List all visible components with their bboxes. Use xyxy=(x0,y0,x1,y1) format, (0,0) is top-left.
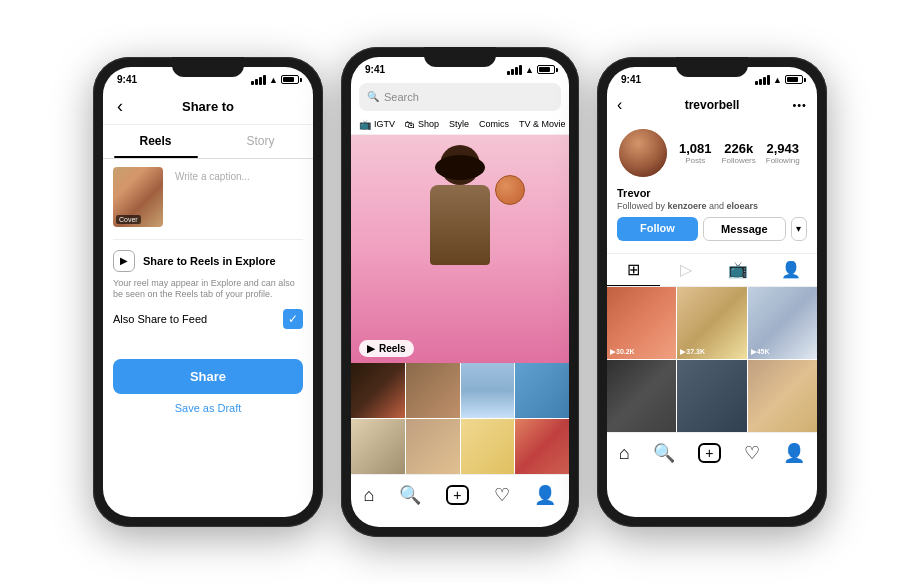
save-draft-button[interactable]: Save as Draft xyxy=(103,398,313,418)
status-time-2: 9:41 xyxy=(365,64,385,75)
bottom-nav-2: ⌂ 🔍 + ♡ 👤 xyxy=(351,474,569,512)
profile-thumb-2[interactable]: ▶37.3K xyxy=(677,287,746,359)
profile-icon[interactable]: 👤 xyxy=(534,484,556,506)
also-share-row: Also Share to Feed ✓ xyxy=(113,309,303,329)
tab-story[interactable]: Story xyxy=(208,125,313,158)
grid-thumb-8[interactable] xyxy=(515,419,569,474)
stat-followers: 226k Followers xyxy=(722,141,756,165)
wifi-icon-2: ▲ xyxy=(525,65,534,75)
search-bar[interactable]: 🔍 Search xyxy=(359,83,561,111)
search-placeholder: Search xyxy=(384,91,419,103)
phone-notch-3 xyxy=(676,57,748,77)
home-icon[interactable]: ⌂ xyxy=(363,485,374,506)
signal-bars-2-icon xyxy=(507,65,522,75)
profile-thumb-6[interactable] xyxy=(748,360,817,432)
play-icon-3: ▶ xyxy=(751,348,756,355)
tab-tagged[interactable]: 👤 xyxy=(765,254,818,286)
follower-1[interactable]: kenzoere xyxy=(668,201,707,211)
signal-bar-3-2 xyxy=(759,79,762,85)
category-comics[interactable]: Comics xyxy=(479,119,509,130)
add-icon-3[interactable]: + xyxy=(698,443,720,463)
play-count-1: ▶30.2K xyxy=(610,348,635,356)
signal-bar-3-3 xyxy=(763,77,766,85)
profile-thumb-3[interactable]: ▶45K xyxy=(748,287,817,359)
profile-more-button[interactable]: ••• xyxy=(792,99,807,111)
grid-thumb-3[interactable] xyxy=(461,363,515,418)
search-icon-3[interactable]: 🔍 xyxy=(653,442,675,464)
grid-thumb-6[interactable] xyxy=(406,419,460,474)
phone-explore: 9:41 ▲ 🔍 Search xyxy=(341,47,579,537)
category-tv-movies[interactable]: TV & Movie xyxy=(519,119,566,130)
tab-reels-profile[interactable]: ▷ xyxy=(660,254,713,286)
heart-icon[interactable]: ♡ xyxy=(494,484,510,506)
profile-avatar xyxy=(617,127,669,179)
explore-row: ▶ Share to Reels in Explore xyxy=(113,250,303,272)
heart-icon-3[interactable]: ♡ xyxy=(744,442,760,464)
search-nav-icon[interactable]: 🔍 xyxy=(399,484,421,506)
category-style[interactable]: Style xyxy=(449,119,469,130)
profile-icon-3[interactable]: 👤 xyxy=(783,442,805,464)
tab-reels[interactable]: Reels xyxy=(103,125,208,158)
grid-thumb-4[interactable] xyxy=(515,363,569,418)
cover-thumbnail: Cover xyxy=(113,167,163,227)
grid-thumb-2[interactable] xyxy=(406,363,460,418)
profile-thumb-4[interactable] xyxy=(607,360,676,432)
profile-thumb-5[interactable] xyxy=(677,360,746,432)
grid-thumb-1[interactable] xyxy=(351,363,405,418)
phone-notch xyxy=(172,57,244,77)
phone-screen-share: 9:41 ▲ ‹ Share to xyxy=(103,67,313,517)
add-icon[interactable]: + xyxy=(446,485,468,505)
stats-row: 1,081 Posts 226k Followers 2,943 Followi… xyxy=(679,141,807,165)
profile-nav: ‹ trevorbell ••• xyxy=(607,89,817,121)
home-icon-3[interactable]: ⌂ xyxy=(619,443,630,464)
dropdown-button[interactable]: ▾ xyxy=(791,217,807,241)
reels-badge-label: Reels xyxy=(379,343,406,354)
reels-badge: ▶ Reels xyxy=(359,340,414,357)
stat-following: 2,943 Following xyxy=(766,141,800,165)
profile-back-button[interactable]: ‹ xyxy=(617,96,622,114)
tab-igtv-profile[interactable]: 📺 xyxy=(712,254,765,286)
signal-bar-1 xyxy=(251,81,254,85)
grid-thumb-7[interactable] xyxy=(461,419,515,474)
reels-explore-icon: ▶ xyxy=(120,255,128,266)
phone-screen-explore: 9:41 ▲ 🔍 Search xyxy=(351,57,569,527)
signal-bars-3-icon xyxy=(755,75,770,85)
nav-title: Share to xyxy=(182,99,234,114)
battery-icon xyxy=(281,75,299,84)
person-hat xyxy=(435,155,485,180)
follower-2[interactable]: eloears xyxy=(727,201,759,211)
also-share-label: Also Share to Feed xyxy=(113,313,207,325)
explore-section: ▶ Share to Reels in Explore Your reel ma… xyxy=(113,239,303,339)
back-button[interactable]: ‹ xyxy=(117,96,123,117)
stat-posts-num: 1,081 xyxy=(679,141,712,156)
category-shop[interactable]: 🛍 Shop xyxy=(405,119,439,130)
follow-button[interactable]: Follow xyxy=(617,217,698,241)
bottom-nav-3: ⌂ 🔍 + ♡ 👤 xyxy=(607,432,817,470)
main-reel-container: ▶ Reels xyxy=(351,135,569,363)
caption-input[interactable]: Write a caption... xyxy=(171,167,303,227)
grid-thumb-5[interactable] xyxy=(351,419,405,474)
category-igtv[interactable]: 📺 IGTV xyxy=(359,119,395,130)
stat-following-label: Following xyxy=(766,156,800,165)
explore-desc: Your reel may appear in Explore and can … xyxy=(113,278,303,301)
signal-bar-2-4 xyxy=(519,65,522,75)
play-count-3: ▶45K xyxy=(751,348,770,356)
profile-top-row: 1,081 Posts 226k Followers 2,943 Followi… xyxy=(617,127,807,179)
wifi-icon: ▲ xyxy=(269,75,278,85)
battery-fill-2 xyxy=(539,67,550,72)
explore-title: Share to Reels in Explore xyxy=(143,255,276,267)
also-share-toggle[interactable]: ✓ xyxy=(283,309,303,329)
message-button[interactable]: Message xyxy=(703,217,786,241)
shop-icon: 🛍 xyxy=(405,119,415,130)
dropdown-icon: ▾ xyxy=(796,223,801,234)
signal-bar-3-1 xyxy=(755,81,758,85)
categories-row: 📺 IGTV 🛍 Shop Style Comics TV & Movie xyxy=(351,115,569,135)
profile-tabs: ⊞ ▷ 📺 👤 xyxy=(607,253,817,287)
share-button[interactable]: Share xyxy=(113,359,303,394)
battery-icon-3 xyxy=(785,75,803,84)
phones-container: 9:41 ▲ ‹ Share to xyxy=(0,0,920,583)
tab-grid[interactable]: ⊞ xyxy=(607,254,660,286)
profile-thumb-1[interactable]: ▶30.2K xyxy=(607,287,676,359)
phone-screen-profile: 9:41 ▲ ‹ trevorbell xyxy=(607,67,817,517)
search-icon: 🔍 xyxy=(367,91,379,102)
